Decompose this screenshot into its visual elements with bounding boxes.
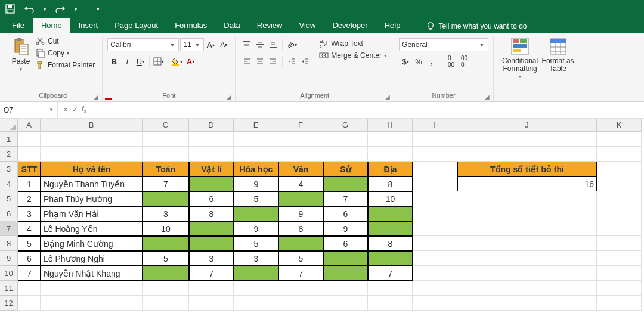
cell-C9[interactable]: 5 xyxy=(143,251,189,266)
cell-D2[interactable] xyxy=(189,147,234,162)
column-header-A[interactable]: A xyxy=(18,119,41,132)
font-launcher-icon[interactable]: ◢ xyxy=(225,93,233,100)
cell-A1[interactable] xyxy=(18,132,41,147)
redo-icon[interactable] xyxy=(54,2,67,15)
cell-F6[interactable]: 9 xyxy=(278,206,323,221)
row-header-9[interactable]: 9 xyxy=(0,251,18,266)
paste-button[interactable]: Paste ▼ xyxy=(8,36,33,73)
cell-B11[interactable] xyxy=(41,281,143,296)
row-header-6[interactable]: 6 xyxy=(0,206,18,221)
cell-G5[interactable]: 7 xyxy=(323,191,368,206)
align-center-icon[interactable] xyxy=(253,55,267,68)
cell-B12[interactable] xyxy=(41,296,143,311)
cell-J11[interactable] xyxy=(457,281,597,296)
number-format-combo[interactable]: General▾ xyxy=(399,38,488,51)
cell-J7[interactable] xyxy=(457,221,597,236)
column-header-E[interactable]: E xyxy=(234,119,278,132)
cell-D9[interactable]: 3 xyxy=(189,251,234,266)
save-icon[interactable] xyxy=(4,2,17,15)
cell-C12[interactable] xyxy=(143,296,189,311)
cell-G11[interactable] xyxy=(323,281,368,296)
cell-K3[interactable] xyxy=(597,162,642,176)
cell-J12[interactable] xyxy=(457,296,597,311)
decrease-indent-icon[interactable] xyxy=(285,55,298,68)
cell-E6[interactable] xyxy=(234,206,278,221)
row-header-8[interactable]: 8 xyxy=(0,236,18,251)
cell-I1[interactable] xyxy=(413,132,457,147)
cell-A8[interactable]: 5 xyxy=(18,236,41,251)
select-all-corner[interactable] xyxy=(0,119,18,132)
cell-A9[interactable]: 6 xyxy=(18,251,41,266)
cell-K12[interactable] xyxy=(597,296,642,311)
cell-D3[interactable]: Vật lí xyxy=(189,162,234,176)
cell-J5[interactable] xyxy=(457,191,597,206)
cell-A11[interactable] xyxy=(18,281,41,296)
row-header-5[interactable]: 5 xyxy=(0,191,18,206)
font-size-combo[interactable]: 11▾ xyxy=(180,38,204,51)
column-header-I[interactable]: I xyxy=(413,119,457,132)
tab-formulas[interactable]: Formulas xyxy=(166,18,215,33)
bold-button[interactable]: B xyxy=(107,55,120,68)
cell-H8[interactable]: 8 xyxy=(368,236,413,251)
cell-E10[interactable] xyxy=(234,266,278,281)
cell-E8[interactable]: 5 xyxy=(234,236,278,251)
cell-J6[interactable] xyxy=(457,206,597,221)
format-as-table-button[interactable]: Format as Table xyxy=(541,36,574,74)
cell-H3[interactable]: Địa xyxy=(368,162,413,176)
alignment-launcher-icon[interactable]: ◢ xyxy=(384,93,391,100)
cell-J8[interactable] xyxy=(457,236,597,251)
borders-button[interactable]: ▾ xyxy=(152,55,165,68)
chevron-down-icon[interactable]: ▼ xyxy=(49,107,54,113)
cut-button[interactable]: Cut xyxy=(33,36,97,46)
cell-I8[interactable] xyxy=(413,236,457,251)
percent-button[interactable]: % xyxy=(412,55,425,68)
font-color-button[interactable]: A▾ xyxy=(184,55,197,68)
align-right-icon[interactable] xyxy=(267,55,280,68)
cell-J3[interactable]: Tổng số tiết bỏ thi xyxy=(457,162,597,176)
cell-B4[interactable]: Nguyễn Thanh Tuyền xyxy=(41,176,143,191)
cell-G12[interactable] xyxy=(323,296,368,311)
cell-E9[interactable]: 3 xyxy=(234,251,278,266)
tell-me-search[interactable]: Tell me what you want to do xyxy=(420,19,532,33)
cell-D12[interactable] xyxy=(189,296,234,311)
cell-I6[interactable] xyxy=(413,206,457,221)
cell-F8[interactable] xyxy=(278,236,323,251)
cell-K2[interactable] xyxy=(597,147,642,162)
cell-K4[interactable] xyxy=(597,176,642,191)
row-header-3[interactable]: 3 xyxy=(0,162,18,176)
cell-I2[interactable] xyxy=(413,147,457,162)
tab-help[interactable]: Help xyxy=(376,18,409,33)
row-header-11[interactable]: 11 xyxy=(0,281,18,296)
cell-E5[interactable]: 5 xyxy=(234,191,278,206)
cell-B2[interactable] xyxy=(41,147,143,162)
cell-H4[interactable]: 8 xyxy=(368,176,413,191)
cell-J10[interactable] xyxy=(457,266,597,281)
underline-button[interactable]: U▾ xyxy=(134,55,147,68)
row-header-7[interactable]: 7 xyxy=(0,221,18,236)
cell-C10[interactable] xyxy=(143,266,189,281)
align-top-icon[interactable] xyxy=(240,38,253,51)
cell-H6[interactable] xyxy=(368,206,413,221)
cell-B7[interactable]: Lê Hoàng Yến xyxy=(41,221,143,236)
cell-I12[interactable] xyxy=(413,296,457,311)
row-header-4[interactable]: 4 xyxy=(0,176,18,191)
cell-B3[interactable]: Họ và tên xyxy=(41,162,143,176)
cell-I4[interactable] xyxy=(413,176,457,191)
fill-color-button[interactable]: ▾ xyxy=(171,55,184,68)
cell-G10[interactable] xyxy=(323,266,368,281)
cell-F3[interactable]: Văn xyxy=(278,162,323,176)
cell-G9[interactable] xyxy=(323,251,368,266)
cell-K9[interactable] xyxy=(597,251,642,266)
comma-button[interactable]: , xyxy=(425,55,438,68)
cell-B9[interactable]: Lê Phương Nghi xyxy=(41,251,143,266)
cell-C3[interactable]: Toán xyxy=(143,162,189,176)
cell-K10[interactable] xyxy=(597,266,642,281)
cell-G2[interactable] xyxy=(323,147,368,162)
cell-F10[interactable]: 7 xyxy=(278,266,323,281)
cell-D6[interactable]: 8 xyxy=(189,206,234,221)
copy-button[interactable]: Copy ▾ xyxy=(33,48,97,58)
cell-D5[interactable]: 6 xyxy=(189,191,234,206)
font-name-combo[interactable]: Calibri▾ xyxy=(107,38,179,51)
cell-A6[interactable]: 3 xyxy=(18,206,41,221)
column-header-F[interactable]: F xyxy=(278,119,323,132)
